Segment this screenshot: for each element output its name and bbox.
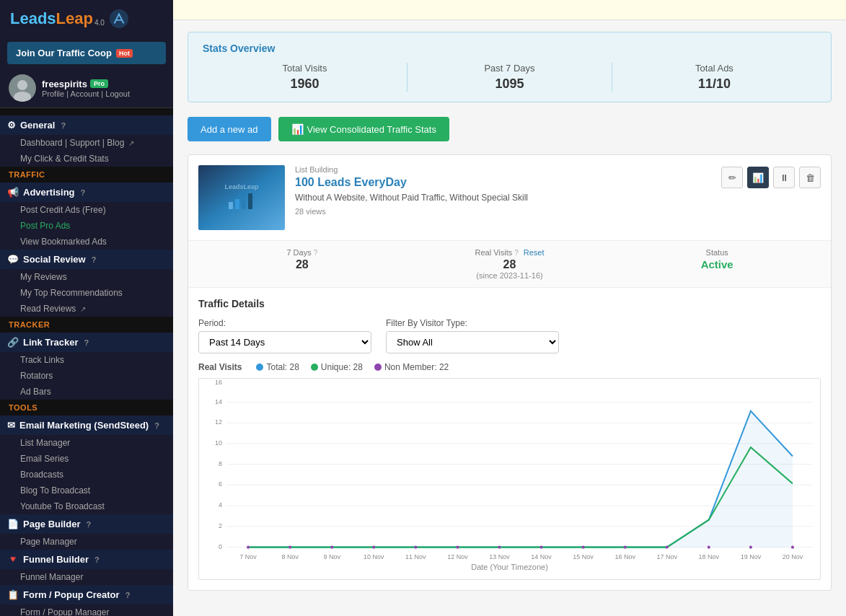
add-new-ad-button[interactable]: Add a new ad <box>188 117 271 141</box>
action-buttons: Add a new ad 📊 View Consolidated Traffic… <box>188 117 832 141</box>
sidebar-item-youtube-broadcast[interactable]: Youtube To Broadcast <box>0 498 173 514</box>
sidebar-item-top-recommendations[interactable]: My Top Recommendations <box>0 285 173 301</box>
sidebar-item-page-manager[interactable]: Page Manager <box>0 534 173 550</box>
sidebar-item-click-credit[interactable]: My Click & Credit Stats <box>0 151 173 167</box>
page-builder-icon: 📄 <box>7 519 19 529</box>
user-section: freespirits Pro Profile | Account | Logo… <box>0 69 173 108</box>
social-review-icon: 💬 <box>7 254 19 265</box>
ad-views: 28 views <box>295 207 711 216</box>
sidebar-item-dashboard[interactable]: Dashboard | Support | Blog ↗ <box>0 135 173 151</box>
form-popup-help-icon: ? <box>125 591 131 599</box>
edit-ad-button[interactable]: ✏ <box>721 167 743 188</box>
visitor-type-select[interactable]: Show All Member Only Non Member Only <box>386 331 559 353</box>
delete-ad-button[interactable]: 🗑 <box>799 167 821 188</box>
pause-ad-button[interactable]: ⏸ <box>773 167 795 188</box>
svg-text:4: 4 <box>219 501 222 509</box>
sidebar-item-email-marketing[interactable]: ✉ Email Marketing (SendSteed) ? <box>0 415 173 435</box>
svg-point-42 <box>330 546 333 549</box>
sidebar-item-post-credit-ads[interactable]: Post Credit Ads (Free) <box>0 202 173 218</box>
sidebar-item-link-tracker[interactable]: 🔗 Link Tracker ? <box>0 333 173 352</box>
stat-7-days: 7 Days ? 28 <box>198 248 406 280</box>
email-icon: ✉ <box>7 420 15 431</box>
ad-card-header: LeadsLeap List Building 10 <box>188 155 831 241</box>
svg-text:8 Nov: 8 Nov <box>281 553 299 560</box>
period-select[interactable]: Past 7 Days Past 14 Days Past 30 Days Pa… <box>198 331 371 353</box>
top-banner <box>173 0 846 20</box>
legend-total-dot <box>256 364 263 371</box>
sidebar-item-post-pro-ads[interactable]: Post Pro Ads <box>0 218 173 234</box>
svg-text:12: 12 <box>215 418 222 426</box>
svg-point-45 <box>456 546 459 549</box>
sidebar-item-blog-broadcast[interactable]: Blog To Broadcast <box>0 483 173 498</box>
svg-point-0 <box>110 9 128 28</box>
svg-text:10 Nov: 10 Nov <box>363 553 384 560</box>
reset-link[interactable]: Reset <box>524 248 545 257</box>
svg-text:10: 10 <box>215 439 222 446</box>
sidebar-item-list-manager[interactable]: List Manager <box>0 435 173 451</box>
sidebar-item-form-popup-manager[interactable]: Form / Popup Manager <box>0 604 173 616</box>
social-review-help-icon: ? <box>92 255 97 264</box>
svg-point-46 <box>498 546 501 549</box>
svg-text:6: 6 <box>219 480 222 488</box>
traffic-section-header <box>0 108 173 115</box>
account-link[interactable]: Account <box>71 89 100 98</box>
svg-point-52 <box>749 546 752 549</box>
profile-link[interactable]: Profile <box>42 89 64 98</box>
filter-row: Period: Past 7 Days Past 14 Days Past 30… <box>198 318 821 353</box>
sidebar-item-email-series[interactable]: Email Series <box>0 451 173 467</box>
sidebar-item-funnel-manager[interactable]: Funnel Manager <box>0 569 173 585</box>
sidebar-item-ad-bars[interactable]: Ad Bars <box>0 384 173 400</box>
logo-text: LeadsLeap <box>10 9 93 28</box>
svg-point-53 <box>791 546 794 549</box>
view-traffic-stats-button[interactable]: 📊 View Consolidated Traffic Stats <box>278 117 449 141</box>
page-builder-help-icon: ? <box>86 520 91 529</box>
svg-text:19 Nov: 19 Nov <box>741 553 762 560</box>
svg-text:18 Nov: 18 Nov <box>699 553 720 560</box>
sidebar-item-form-popup[interactable]: 📋 Form / Popup Creator ? <box>0 585 173 604</box>
chart-legend-row: Real Visits Total: 28 Unique: 28 Non Mem… <box>198 362 821 372</box>
svg-rect-4 <box>229 202 233 209</box>
legend-nonmember-dot <box>374 364 382 371</box>
svg-marker-39 <box>248 411 793 547</box>
ad-category: List Building <box>295 165 711 174</box>
link-tracker-help-icon: ? <box>84 338 89 347</box>
sidebar-item-social-review[interactable]: 💬 Social Review ? <box>0 250 173 269</box>
sidebar-item-general[interactable]: ⚙ General ? <box>0 115 173 135</box>
coop-button[interactable]: Join Our Traffic Coop Hot <box>7 42 166 64</box>
7days-help-icon[interactable]: ? <box>314 249 318 257</box>
stats-overview-cols: Total Visits 1960 Past 7 Days 1095 Total… <box>203 63 816 92</box>
sidebar-item-broadcasts[interactable]: Broadcasts <box>0 467 173 483</box>
stat-total-visits: Total Visits 1960 <box>203 63 407 92</box>
logo-version: 4.0 <box>94 19 105 27</box>
real-visits-help-icon[interactable]: ? <box>514 249 519 257</box>
user-links: Profile | Account | Logout <box>42 89 130 98</box>
ad-actions: ✏ 📊 ⏸ 🗑 <box>721 165 821 230</box>
sidebar-item-page-builder[interactable]: 📄 Page Builder ? <box>0 514 173 534</box>
sidebar-item-my-reviews[interactable]: My Reviews <box>0 269 173 285</box>
username: freespirits Pro <box>42 79 130 89</box>
funnel-builder-help-icon: ? <box>94 555 100 564</box>
ad-title[interactable]: 100 Leads EveryDay <box>295 176 711 189</box>
stats-overview-title: Stats Overview <box>203 43 816 54</box>
avatar <box>9 74 36 102</box>
svg-point-51 <box>708 546 710 549</box>
sidebar-item-track-links[interactable]: Track Links <box>0 352 173 368</box>
sidebar-item-advertising[interactable]: 📢 Advertising ? <box>0 182 173 202</box>
sidebar-item-bookmarked-ads[interactable]: View Bookmarked Ads <box>0 234 173 250</box>
sidebar-item-funnel-builder[interactable]: 🔻 Funnel Builder ? <box>0 550 173 569</box>
chart-icon: 📊 <box>291 123 304 135</box>
chart-ad-button[interactable]: 📊 <box>747 167 769 188</box>
sidebar-item-read-reviews[interactable]: Read Reviews ↗ <box>0 301 173 317</box>
visitor-type-label: Filter By Visitor Type: <box>386 318 559 328</box>
general-icon: ⚙ <box>7 120 16 131</box>
svg-text:8: 8 <box>219 460 222 467</box>
svg-text:2: 2 <box>219 522 222 529</box>
legend-nonmember: Non Member: 22 <box>374 362 449 372</box>
email-help-icon: ? <box>154 421 159 430</box>
svg-text:16: 16 <box>215 379 222 386</box>
logout-link[interactable]: Logout <box>105 89 130 98</box>
sidebar-item-rotators[interactable]: Rotators <box>0 368 173 384</box>
link-tracker-icon: 🔗 <box>7 337 19 348</box>
legend-total: Total: 28 <box>256 362 299 372</box>
stat-total-ads: Total Ads 11/10 <box>612 63 816 92</box>
